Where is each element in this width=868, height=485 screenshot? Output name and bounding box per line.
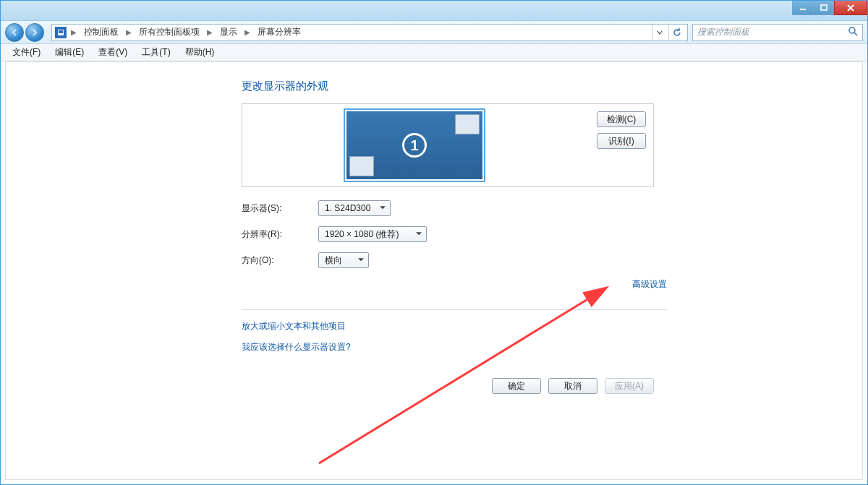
navigation-row: ▶ 控制面板 ▶ 所有控制面板项 ▶ 显示 ▶ 屏幕分辨率 搜索控制面板 — [1, 21, 867, 44]
control-panel-window: ▶ 控制面板 ▶ 所有控制面板项 ▶ 显示 ▶ 屏幕分辨率 搜索控制面板 文件(… — [0, 0, 868, 485]
nav-buttons — [5, 23, 44, 42]
monitor-screen: 1 — [346, 111, 482, 179]
label-orientation: 方向(O): — [242, 254, 299, 267]
svg-line-5 — [854, 33, 857, 35]
minimize-button[interactable] — [792, 1, 814, 15]
monitor-thumbnail[interactable]: 1 — [344, 108, 485, 182]
content-area: 更改显示器的外观 1 检测(C) 识别(I) 显示器(S): 1. — [5, 61, 863, 480]
caption-buttons — [793, 1, 867, 15]
combo-orientation-value: 横向 — [325, 254, 342, 267]
which-display-link[interactable]: 我应该选择什么显示器设置? — [242, 341, 671, 353]
address-dropdown[interactable] — [652, 25, 665, 40]
combo-resolution-value: 1920 × 1080 (推荐) — [325, 228, 399, 241]
window-titlebar — [1, 1, 867, 21]
search-placeholder: 搜索控制面板 — [697, 26, 749, 38]
control-panel-icon — [55, 27, 67, 38]
display-preview-panel: 1 检测(C) 识别(I) — [242, 103, 654, 187]
svg-rect-0 — [800, 9, 806, 10]
svg-point-4 — [849, 27, 855, 33]
advanced-settings-link[interactable]: 高级设置 — [632, 278, 667, 291]
label-display: 显示器(S): — [242, 202, 299, 215]
combo-display-value: 1. S24D300 — [325, 203, 370, 213]
label-resolution: 分辨率(R): — [242, 228, 299, 241]
row-display: 显示器(S): 1. S24D300 — [242, 200, 671, 216]
row-resolution: 分辨率(R): 1920 × 1080 (推荐) — [242, 226, 671, 242]
svg-rect-3 — [59, 30, 63, 33]
identify-button[interactable]: 识别(I) — [597, 133, 646, 149]
menu-edit[interactable]: 编辑(E) — [49, 45, 90, 60]
svg-rect-1 — [821, 5, 827, 10]
cancel-button[interactable]: 取消 — [548, 378, 597, 394]
ok-button[interactable]: 确定 — [492, 378, 541, 394]
combo-orientation[interactable]: 横向 — [318, 252, 369, 268]
panel-buttons: 检测(C) 识别(I) — [597, 111, 646, 149]
apply-button: 应用(A) — [605, 378, 654, 394]
breadcrumb-seg-2[interactable]: 所有控制面板项 — [136, 25, 203, 40]
breadcrumb-seg-3[interactable]: 显示 — [217, 25, 240, 40]
advanced-row: 高级设置 — [242, 278, 667, 310]
combo-resolution[interactable]: 1920 × 1080 (推荐) — [318, 226, 427, 242]
chevron-right-icon: ▶ — [69, 28, 78, 36]
page-title: 更改显示器的外观 — [242, 80, 671, 93]
chevron-right-icon: ▶ — [124, 28, 133, 36]
content-column: 更改显示器的外观 1 检测(C) 识别(I) 显示器(S): 1. — [237, 62, 671, 394]
refresh-button[interactable] — [668, 25, 684, 40]
menu-view[interactable]: 查看(V) — [93, 45, 133, 60]
detect-button[interactable]: 检测(C) — [597, 111, 646, 127]
chevron-right-icon: ▶ — [205, 28, 214, 36]
breadcrumb-seg-1[interactable]: 控制面板 — [81, 25, 122, 40]
monitor-number: 1 — [402, 133, 427, 158]
taskbar-icon — [349, 156, 374, 176]
maximize-button[interactable] — [813, 1, 835, 15]
chevron-right-icon: ▶ — [243, 28, 252, 36]
back-button[interactable] — [5, 23, 24, 42]
address-bar[interactable]: ▶ 控制面板 ▶ 所有控制面板项 ▶ 显示 ▶ 屏幕分辨率 — [51, 24, 688, 41]
menu-help[interactable]: 帮助(H) — [179, 45, 221, 60]
close-button[interactable] — [834, 1, 867, 15]
search-icon — [848, 26, 858, 38]
search-input[interactable]: 搜索控制面板 — [692, 24, 863, 41]
menu-file[interactable]: 文件(F) — [7, 45, 46, 60]
row-orientation: 方向(O): 横向 — [242, 252, 671, 268]
menu-tools[interactable]: 工具(T) — [136, 45, 176, 60]
breadcrumb-seg-4[interactable]: 屏幕分辨率 — [255, 25, 304, 40]
lower-links: 放大或缩小文本和其他项目 我应该选择什么显示器设置? — [242, 320, 671, 353]
forward-button[interactable] — [25, 23, 44, 42]
footer-buttons: 确定 取消 应用(A) — [242, 378, 654, 394]
menu-bar: 文件(F) 编辑(E) 查看(V) 工具(T) 帮助(H) — [1, 44, 867, 61]
window-icon — [455, 114, 480, 134]
combo-display[interactable]: 1. S24D300 — [318, 200, 391, 216]
text-size-link[interactable]: 放大或缩小文本和其他项目 — [242, 320, 671, 332]
